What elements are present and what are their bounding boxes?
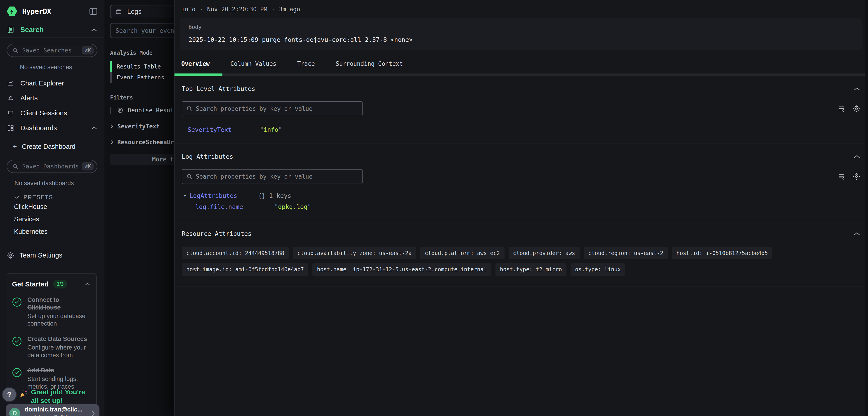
presets-toggle[interactable]: PRESETS xyxy=(0,188,104,201)
chevron-right-icon xyxy=(110,124,114,129)
saved-searches-input[interactable]: Saved Searches ⌘K xyxy=(7,44,97,57)
checklist-item-title: Add Data xyxy=(27,367,95,375)
more-filters-button[interactable]: More filters xyxy=(110,154,174,165)
attribute-value[interactable]: info xyxy=(264,126,278,133)
collapse-sidebar-icon[interactable] xyxy=(90,8,97,15)
property-search-placeholder: Search properties by key or value xyxy=(196,106,313,112)
property-search-input[interactable]: Search properties by key or value xyxy=(182,169,363,184)
section-divider xyxy=(175,286,868,287)
create-dashboard-label: Create Dashboard xyxy=(22,143,75,150)
body-card: Body 2025-10-22 10:15:09 purge fonts-dej… xyxy=(180,18,862,50)
chevron-up-icon[interactable] xyxy=(85,283,90,286)
line-chart-icon xyxy=(7,79,14,87)
chevron-up-icon[interactable] xyxy=(91,28,97,32)
team-settings-button[interactable]: Team Settings xyxy=(0,238,104,259)
event-search-input[interactable]: Search your events xyxy=(110,23,174,38)
sidebar-item-client-sessions[interactable]: Client Sessions xyxy=(0,106,104,120)
preset-item-clickhouse[interactable]: ClickHouse xyxy=(0,201,104,213)
resource-chip[interactable]: host.id: i-0510b81275acbe4d5 xyxy=(672,247,772,259)
attribute-key[interactable]: LogAttributes xyxy=(189,192,258,199)
resource-chip[interactable]: host.type: t2.micro xyxy=(495,263,567,276)
chevron-up-icon[interactable] xyxy=(854,232,860,236)
create-dashboard-button[interactable]: + Create Dashboard xyxy=(0,140,104,153)
event-header: info · Nov 20 2:20:30 PM · 3m ago xyxy=(175,0,868,13)
quote: " xyxy=(307,203,311,210)
tab-surrounding-context[interactable]: Surrounding Context xyxy=(336,60,403,73)
sidebar-item-dashboards[interactable]: Dashboards xyxy=(0,120,104,136)
keys-count: {} 1 keys xyxy=(258,192,291,199)
tree-child-row[interactable]: log.file.name "dpkg.log" xyxy=(175,199,868,210)
attribute-key[interactable]: log.file.name xyxy=(195,203,274,210)
sidebar: HyperDX Search Saved Searches ⌘K No save… xyxy=(0,0,104,416)
mode-results-table[interactable]: Results Table xyxy=(105,61,174,72)
resource-chip[interactable]: cloud.region: us-east-2 xyxy=(584,247,668,259)
gear-icon[interactable] xyxy=(852,173,860,180)
checklist-item-desc: Configure where your data comes from xyxy=(27,344,95,359)
event-detail-panel: info · Nov 20 2:20:30 PM · 3m ago Body 2… xyxy=(174,0,868,416)
user-profile-button[interactable]: D dominic.tran@clic... dominic.tran@clic… xyxy=(6,404,99,416)
body-label: Body xyxy=(188,24,854,30)
relative-time: 3m ago xyxy=(279,6,300,13)
check-circle-icon xyxy=(12,298,22,306)
section-title: Log Attributes xyxy=(182,153,233,160)
resource-chip[interactable]: cloud.availability_zone: us-east-2a xyxy=(293,247,416,259)
resource-chips-row: host.image.id: ami-0f5fcdfbd140e4ab7 hos… xyxy=(175,259,868,276)
mode-label: Event Patterns xyxy=(117,74,164,81)
help-button[interactable]: ? xyxy=(2,387,17,402)
source-select[interactable]: Logs xyxy=(110,5,174,18)
denoise-results-checkbox-row[interactable]: Denoise Results xyxy=(110,107,174,114)
sidebar-item-alerts[interactable]: Alerts xyxy=(0,91,104,106)
attribute-value[interactable]: dpkg.log xyxy=(278,203,307,210)
attribute-row[interactable]: SeverityText "info" xyxy=(175,116,868,133)
chevron-up-icon[interactable] xyxy=(91,126,97,130)
resource-chip[interactable]: os.type: linux xyxy=(570,263,625,276)
preset-item-services[interactable]: Services xyxy=(0,213,104,226)
wrap-lines-icon[interactable] xyxy=(837,173,845,180)
resource-chip[interactable]: host.name: ip-172-31-12-5.us-east-2.comp… xyxy=(312,263,491,276)
wrap-lines-icon[interactable] xyxy=(837,105,845,113)
mode-event-patterns[interactable]: Event Patterns xyxy=(105,72,174,83)
resource-chip[interactable]: cloud.account.id: 244449518788 xyxy=(182,247,289,259)
no-saved-dashboards-text: No saved dashboards xyxy=(0,173,104,188)
get-started-panel: Get Started 3/3 Connect to ClickHouse Se… xyxy=(6,273,97,416)
checklist-item-desc: Set up your database connection xyxy=(27,313,93,328)
property-search-input[interactable]: Search properties by key or value xyxy=(182,101,363,116)
gear-icon[interactable] xyxy=(852,105,860,113)
search-icon xyxy=(186,173,193,180)
quote: " xyxy=(274,203,278,210)
sidebar-item-chart-explorer[interactable]: Chart Explorer xyxy=(0,76,104,91)
active-tab-underline xyxy=(175,73,222,76)
tab-column-values[interactable]: Column Values xyxy=(230,60,276,73)
tab-trace[interactable]: Trace xyxy=(297,60,315,73)
event-timestamp: Nov 20 2:20:30 PM xyxy=(207,6,267,13)
resource-chip[interactable]: cloud.platform: aws_ec2 xyxy=(420,247,504,259)
filter-group-severitytext[interactable]: SeverityText xyxy=(110,123,174,130)
denoise-icon xyxy=(117,107,124,114)
shortcut-badge: ⌘K xyxy=(82,46,94,55)
section-title: Top Level Attributes xyxy=(182,85,255,92)
tree-root-row[interactable]: ▾ LogAttributes {} 1 keys xyxy=(175,184,868,199)
tab-overview[interactable]: Overview xyxy=(181,60,210,73)
preset-item-kubernetes[interactable]: Kubernetes xyxy=(0,226,104,238)
chevron-up-icon[interactable] xyxy=(854,155,860,159)
section-log-attributes: Log Attributes xyxy=(175,144,868,160)
sidebar-item-label: Alerts xyxy=(20,94,97,102)
tab-underline-track xyxy=(175,73,868,76)
checklist-item-add-data[interactable]: Add Data Start sending logs, metrics, or… xyxy=(12,367,90,390)
resource-chip[interactable]: cloud.provider: aws xyxy=(508,247,580,259)
source-select-value: Logs xyxy=(127,8,142,16)
saved-searches-placeholder: Saved Searches xyxy=(22,47,82,54)
chevron-up-icon[interactable] xyxy=(854,87,860,91)
checkbox[interactable] xyxy=(110,107,111,114)
caret-down-icon[interactable]: ▾ xyxy=(184,193,186,199)
checklist-item-connect[interactable]: Connect to ClickHouse Set up your databa… xyxy=(12,296,90,328)
resource-chip[interactable]: host.image.id: ami-0f5fcdfbd140e4ab7 xyxy=(182,263,308,276)
mode-label: Results Table xyxy=(117,63,161,70)
saved-dashboards-input[interactable]: Saved Dashboards ⌘K xyxy=(7,160,97,173)
filter-group-resourceschemaurl[interactable]: ResourceSchemaUrl xyxy=(110,139,174,146)
sidebar-item-search[interactable]: Search xyxy=(0,23,104,37)
checklist-item-title: Create Data Sources xyxy=(27,335,95,343)
attribute-key[interactable]: SeverityText xyxy=(188,126,260,133)
checklist-item-sources[interactable]: Create Data Sources Configure where your… xyxy=(12,335,90,359)
app-title: HyperDX xyxy=(22,7,51,16)
